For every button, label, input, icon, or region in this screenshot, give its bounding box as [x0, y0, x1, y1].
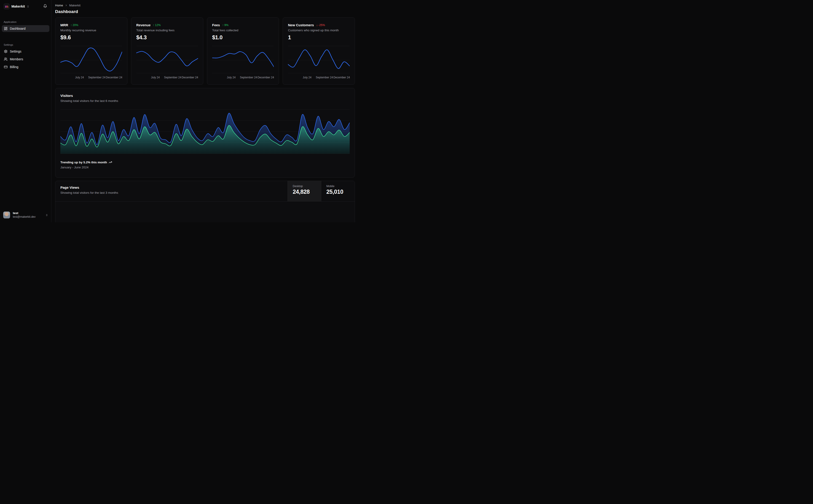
visitors-subtitle: Showing total visitors for the last 6 mo… — [60, 99, 350, 103]
stat-value: $1.0 — [212, 34, 274, 41]
arrow-up-icon: ↑ — [222, 24, 224, 27]
new-customers-sparkline-chart — [288, 45, 350, 74]
sidebar-section-label: Settings — [2, 43, 49, 46]
stat-subtitle: Customers who signed up this month — [288, 29, 350, 32]
sidebar-header: m Makerkit — [2, 0, 49, 10]
makerkit-logo: m — [4, 3, 10, 9]
bell-icon — [43, 4, 47, 8]
mrr-sparkline-chart — [60, 45, 122, 74]
mobile-label: Mobile — [326, 185, 355, 188]
main-content: Home Makerkit Dashboard MRR ↑20% Monthly… — [51, 0, 359, 222]
stat-subtitle: Total fees collected — [212, 29, 274, 32]
stat-subtitle: Total revenue including fees — [136, 29, 198, 32]
trend-badge: ↑20% — [70, 24, 78, 27]
page-views-header: Page Views Showing total visitors for th… — [55, 181, 355, 202]
visitors-area-chart — [60, 108, 350, 154]
trend-badge: ↑12% — [153, 24, 160, 27]
stat-title: Fees — [212, 23, 220, 27]
app-root: m Makerkit Application Dashboard — [0, 0, 359, 222]
stat-title: MRR — [60, 23, 68, 27]
users-icon — [4, 57, 8, 61]
sidebar-item-billing[interactable]: Billing — [2, 64, 49, 70]
stat-card-mrr: MRR ↑20% Monthly recurring revenue $9.6 … — [55, 17, 127, 85]
x-axis-labels: July 24September 24December 24 — [136, 76, 198, 80]
desktop-value: 24,828 — [293, 188, 321, 195]
page-views-bar-chart — [60, 202, 350, 222]
desktop-label: Desktop — [293, 185, 321, 188]
sidebar-item-label: Members — [10, 57, 23, 61]
sidebar-item-dashboard[interactable]: Dashboard — [2, 25, 49, 32]
trend-badge: ↑9% — [222, 24, 229, 27]
stat-card-new-customers: New Customers ↓-25% Customers who signed… — [283, 17, 355, 85]
mobile-value: 25,010 — [326, 188, 355, 195]
credit-card-icon — [4, 65, 8, 69]
breadcrumb-current[interactable]: Makerkit — [69, 4, 80, 7]
visitors-trend-text: Trending up by 5.2% this month — [60, 161, 107, 164]
sidebar-item-label: Settings — [10, 50, 21, 53]
stat-value: 1 — [288, 34, 350, 41]
visitors-period: January - June 2024 — [60, 166, 350, 169]
page-views-title: Page Views — [60, 186, 283, 189]
arrow-down-icon: ↓ — [316, 24, 318, 27]
fees-sparkline-chart — [212, 45, 274, 74]
sidebar-section-settings: Settings Settings Members Billing — [2, 43, 49, 71]
makerkit-logo-letter: m — [5, 5, 8, 8]
stat-title: New Customers — [288, 23, 314, 27]
page-views-card: Page Views Showing total visitors for th… — [55, 181, 355, 222]
user-email: test@makerkit.dev — [13, 215, 43, 219]
breadcrumb: Home Makerkit — [55, 4, 355, 7]
breadcrumb-home[interactable]: Home — [55, 4, 63, 7]
page-title: Dashboard — [55, 9, 355, 14]
arrow-up-icon: ↑ — [70, 24, 72, 27]
sidebar-section-application: Application Dashboard — [2, 21, 49, 33]
x-axis-labels: July 24September 24December 24 — [288, 76, 350, 80]
visitors-card: Visitors Showing total visitors for the … — [55, 88, 355, 178]
sidebar-section-label: Application — [2, 21, 49, 23]
dashboard-icon — [4, 27, 8, 30]
mobile-toggle[interactable]: Mobile 25,010 — [321, 181, 355, 201]
stat-value: $4.3 — [136, 34, 198, 41]
chevron-right-icon — [65, 4, 67, 7]
trending-up-icon — [109, 161, 112, 164]
visitors-title: Visitors — [60, 94, 350, 98]
x-axis-labels: July 24September 24December 24 — [212, 76, 274, 80]
page-views-subtitle: Showing total visitors for the last 3 mo… — [60, 191, 283, 194]
sidebar-item-label: Dashboard — [10, 27, 26, 30]
gear-icon — [4, 50, 8, 53]
visitors-footer: Trending up by 5.2% this month January -… — [60, 161, 350, 169]
sidebar-item-label: Billing — [10, 65, 18, 69]
sidebar-item-members[interactable]: Members — [2, 56, 49, 63]
chevrons-up-down-icon — [27, 5, 29, 8]
desktop-toggle[interactable]: Desktop 24,828 — [288, 181, 321, 201]
trend-badge: ↓-25% — [316, 24, 325, 27]
stat-subtitle: Monthly recurring revenue — [60, 29, 122, 32]
arrow-up-icon: ↑ — [153, 24, 154, 27]
stat-cards-row: MRR ↑20% Monthly recurring revenue $9.6 … — [55, 17, 355, 85]
sidebar-item-settings[interactable]: Settings — [2, 48, 49, 55]
sidebar: m Makerkit Application Dashboard — [0, 0, 51, 222]
user-menu[interactable]: test test@makerkit.dev — [2, 210, 49, 220]
stat-title: Revenue — [136, 23, 151, 27]
stat-card-fees: Fees ↑9% Total fees collected $1.0 July … — [207, 17, 279, 85]
x-axis-labels: July 24September 24December 24 — [60, 76, 122, 80]
workspace-name: Makerkit — [11, 5, 25, 8]
chevrons-up-down-icon — [45, 214, 48, 216]
revenue-sparkline-chart — [136, 45, 198, 74]
user-avatar — [3, 212, 10, 218]
workspace-selector[interactable]: m Makerkit — [4, 3, 29, 9]
notifications-button[interactable] — [42, 3, 48, 10]
stat-value: $9.6 — [60, 34, 122, 41]
user-name: test — [13, 211, 43, 215]
stat-card-revenue: Revenue ↑12% Total revenue including fee… — [131, 17, 203, 85]
